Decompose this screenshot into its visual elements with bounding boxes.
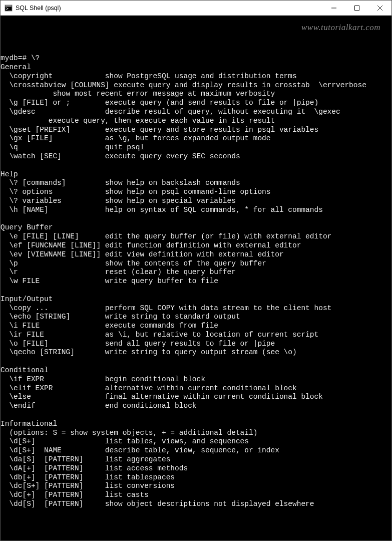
- svg-text:>_: >_: [6, 7, 11, 11]
- window-controls: [322, 1, 391, 15]
- terminal-content: mydb=# \? General \copyright show Postgr…: [1, 45, 391, 508]
- watermark: www.tutorialkart.com: [301, 23, 380, 32]
- maximize-button[interactable]: [345, 1, 368, 15]
- app-icon: >_: [5, 4, 13, 12]
- close-button[interactable]: [368, 1, 391, 15]
- window-title: SQL Shell (psql): [16, 5, 61, 12]
- minimize-button[interactable]: [322, 1, 345, 15]
- terminal-body[interactable]: www.tutorialkart.com mydb=# \? General \…: [1, 16, 391, 540]
- titlebar[interactable]: >_ SQL Shell (psql): [1, 1, 391, 16]
- svg-rect-4: [355, 6, 359, 10]
- window-frame: >_ SQL Shell (psql) www.tutorialkart.com…: [0, 0, 392, 541]
